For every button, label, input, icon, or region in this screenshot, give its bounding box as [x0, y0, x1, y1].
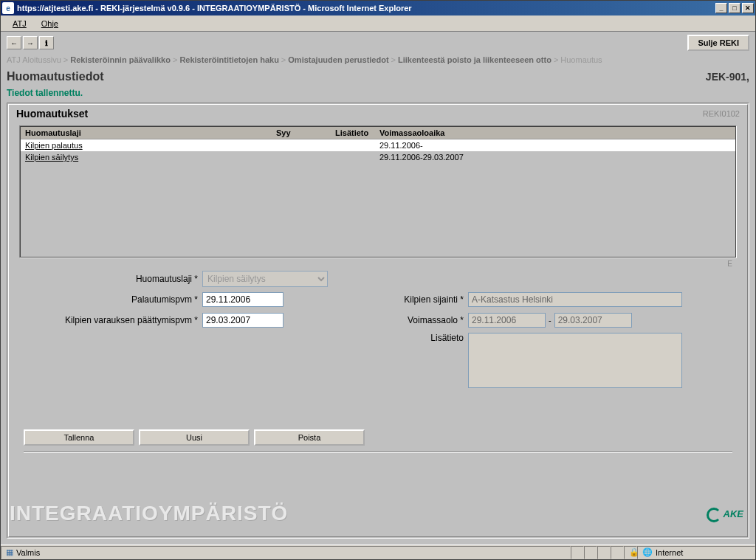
statusbar: ▦ Valmis 🔒 🌐 Internet: [1, 545, 755, 559]
status-message: Tiedot tallennettu.: [1, 86, 755, 103]
huomautuslaji-select[interactable]: Kilpien säilytys: [202, 271, 328, 287]
status-slot: [571, 546, 584, 559]
table-row[interactable]: Kilpien säilytys 29.11.2006-29.03.2007: [21, 151, 735, 163]
panel-code: REKI0102: [703, 109, 740, 118]
voimassaolo-loppu-input[interactable]: [554, 313, 632, 328]
window-title: https://atjtesti.ake.fi - REKI-järjestel…: [17, 4, 715, 13]
varaus-input[interactable]: [202, 313, 284, 328]
status-lock: 🔒: [624, 546, 637, 559]
status-slot: [584, 546, 597, 559]
ie-icon: e: [2, 2, 14, 14]
page-code: JEK-901,: [706, 71, 749, 83]
voimassaolo-alku-input[interactable]: [468, 313, 546, 328]
menubar: ATJ Ohje: [1, 15, 755, 32]
col-lisatieto: Lisätieto: [331, 127, 375, 139]
poista-button[interactable]: Poista: [254, 429, 365, 446]
status-slot: [611, 546, 624, 559]
row-laji[interactable]: Kilpien säilytys: [21, 151, 272, 163]
sulje-reki-button[interactable]: Sulje REKI: [687, 35, 749, 51]
label-huomautuslaji: Huomautuslaji *: [24, 274, 202, 284]
huomautukset-table: Huomautuslaji Syy Lisätieto Voimassaoloa…: [19, 125, 737, 258]
page-title: Huomautustiedot: [7, 70, 104, 83]
col-voimassaoloaika: Voimassaoloaika: [375, 127, 735, 139]
panel-title: Huomautukset: [16, 108, 88, 120]
row-aika: 29.11.2006-: [375, 139, 735, 152]
nav-forward-button[interactable]: →: [23, 36, 38, 49]
row-syy: [272, 139, 331, 152]
crumb-1[interactable]: Rekisteröinnin päävalikko: [70, 55, 171, 64]
globe-icon: 🌐: [642, 547, 653, 557]
row-laji[interactable]: Kilpien palautus: [21, 139, 272, 152]
status-slot: [597, 546, 611, 559]
row-aika: 29.11.2006-29.03.2007: [375, 151, 735, 163]
row-lisa: [331, 139, 375, 152]
uusi-button[interactable]: Uusi: [139, 429, 250, 446]
crumb-4[interactable]: Liikenteestä poisto ja liikenteeseen ott…: [398, 55, 551, 64]
label-voimassaolo: Voimassaolo *: [387, 315, 468, 325]
crumb-3[interactable]: Omistajuuden perustiedot: [288, 55, 388, 64]
date-separator: -: [546, 316, 554, 325]
table-row[interactable]: Kilpien palautus 29.11.2006-: [21, 139, 735, 152]
status-zone-text: Internet: [656, 548, 683, 557]
ake-logo: AKE: [707, 508, 743, 522]
lisatieto-textarea[interactable]: [468, 333, 682, 388]
ie-page-icon: ▦: [6, 547, 13, 557]
tallenna-button[interactable]: Tallenna: [24, 429, 134, 446]
label-palautumispvm: Palautumispvm *: [24, 294, 202, 305]
minimize-button[interactable]: _: [715, 3, 727, 13]
menu-ohje[interactable]: Ohje: [34, 18, 66, 30]
nav-info-button[interactable]: ℹ: [39, 36, 54, 49]
label-varaus: Kilpien varauksen päättymispvm *: [24, 315, 202, 325]
palautumispvm-input[interactable]: [202, 292, 284, 307]
close-button[interactable]: ✕: [742, 3, 754, 13]
label-lisatieto: Lisätieto: [387, 333, 468, 343]
col-huomautuslaji: Huomautuslaji: [21, 127, 272, 139]
nav-back-button[interactable]: ←: [7, 36, 21, 49]
sijainti-input[interactable]: [468, 292, 682, 307]
edit-marker: E: [16, 258, 740, 271]
status-ready: Valmis: [16, 548, 40, 557]
label-sijainti: Kilpien sijainti *: [387, 294, 468, 305]
menu-atj[interactable]: ATJ: [5, 18, 34, 30]
crumb-5: Huomautus: [560, 55, 602, 64]
divider: [24, 452, 732, 453]
crumb-2[interactable]: Rekisteröintitietojen haku: [179, 55, 278, 64]
row-syy: [272, 151, 331, 163]
titlebar: e https://atjtesti.ake.fi - REKI-järjest…: [1, 1, 755, 15]
maximize-button[interactable]: □: [729, 3, 740, 13]
col-syy: Syy: [272, 127, 331, 139]
breadcrumb: ATJ Aloitussivu>Rekisteröinnin päävalikk…: [1, 54, 755, 69]
row-lisa: [331, 151, 375, 163]
watermark: INTEGRAATIOYMPÄRISTÖ: [10, 502, 288, 525]
crumb-home[interactable]: ATJ Aloitussivu: [7, 55, 61, 64]
